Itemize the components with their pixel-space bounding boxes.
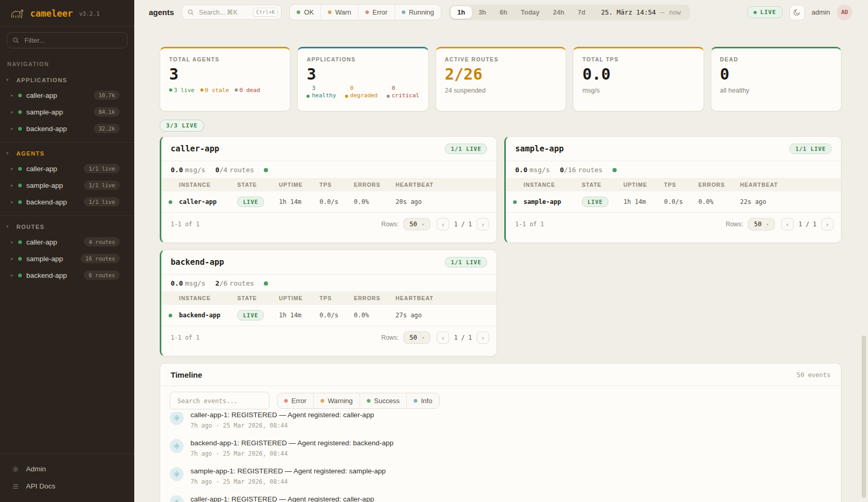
stat-card-applications: APPLICATIONS 3 3healthy 0degraded 0criti… xyxy=(297,47,428,111)
timeline-filter-group: Error Warning Success Info xyxy=(277,393,440,409)
page-indicator: 1 / 1 xyxy=(454,334,472,341)
filter-success[interactable]: Success xyxy=(360,393,406,408)
sidebar-filter[interactable] xyxy=(7,32,127,48)
gear-icon xyxy=(12,466,19,473)
sidebar-item-api-docs[interactable]: API Docs xyxy=(0,478,134,495)
sidebar-item-sample-app[interactable]: ▸ sample-app 84.1k xyxy=(0,104,134,120)
range-7d[interactable]: 7d xyxy=(571,6,592,19)
col-instance: INSTANCE xyxy=(179,295,237,301)
cell-errors: 0.0% xyxy=(354,198,395,205)
timeline-event[interactable]: caller-app-1: REGISTERED — Agent registe… xyxy=(170,412,832,434)
sidebar-item-sample-app-routes[interactable]: ▸ sample-app 16 routes xyxy=(0,250,134,267)
prev-page-button[interactable]: ‹ xyxy=(437,218,449,230)
routes-active: 0 xyxy=(215,166,220,174)
cell-tps: 0.0/s xyxy=(320,312,354,319)
table-row[interactable]: sample-app LIVE 1h 14m 0.0/s 0.0% 22s ag… xyxy=(506,191,841,213)
rows-per-page-select[interactable]: 50 ▾ xyxy=(748,218,775,230)
chevron-right-icon: ▸ xyxy=(11,256,14,261)
sidebar-item-caller-app[interactable]: ▸ caller-app 10.7k xyxy=(0,87,134,104)
col-errors: ERRORS xyxy=(354,182,395,188)
filter-error[interactable]: Error xyxy=(277,393,313,408)
app-card-title[interactable]: backend-app xyxy=(171,258,224,267)
prev-page-button[interactable]: ‹ xyxy=(437,331,449,344)
live-label: LIVE xyxy=(760,9,776,16)
sidebar-item-admin[interactable]: Admin xyxy=(0,460,134,478)
global-search-input[interactable] xyxy=(198,8,249,17)
stat-label: TOTAL AGENTS xyxy=(169,56,281,62)
theme-toggle-button[interactable] xyxy=(789,5,805,20)
next-page-button[interactable]: › xyxy=(821,218,834,230)
sidebar-item-sample-app-agents[interactable]: ▸ sample-app 1/1 live xyxy=(0,177,134,194)
timeline-event[interactable]: sample-app-1: REGISTERED — Agent registe… xyxy=(170,462,832,490)
range-24h[interactable]: 24h xyxy=(546,6,571,19)
cell-uptime: 1h 14m xyxy=(279,198,320,205)
filter-running[interactable]: Running xyxy=(394,5,441,20)
event-title: sample-app-1: REGISTERED — Agent registe… xyxy=(190,467,386,476)
stat-card-total-tps: TOTAL TPS 0.0 msg/s xyxy=(573,47,704,111)
range-6h[interactable]: 6h xyxy=(493,6,514,19)
cell-errors: 0.0% xyxy=(354,312,395,319)
stale-dot xyxy=(200,88,203,92)
critical-count: 0 xyxy=(392,85,419,92)
rows-per-page-select[interactable]: 50 ▾ xyxy=(403,331,430,344)
table-row[interactable]: backend-app LIVE 1h 14m 0.0/s 0.0% 27s a… xyxy=(161,305,496,326)
next-page-button[interactable]: › xyxy=(477,331,489,344)
timeline-event[interactable]: backend-app-1: REGISTERED — Agent regist… xyxy=(170,434,832,462)
avatar[interactable]: AD xyxy=(837,5,852,20)
stat-label: DEAD xyxy=(720,56,832,62)
filter-error[interactable]: Error xyxy=(358,5,394,20)
page-scrollbar[interactable] xyxy=(862,336,866,498)
filter-label: OK xyxy=(304,8,314,16)
item-badge: 6 routes xyxy=(84,271,120,280)
prev-page-button[interactable]: ‹ xyxy=(781,218,794,230)
sidebar-filter-input[interactable] xyxy=(23,36,122,45)
rows-label: Rows: xyxy=(381,334,399,341)
rows-per-page-value: 50 xyxy=(754,221,761,228)
info-status-dot xyxy=(414,399,417,403)
stat-value: 3 xyxy=(169,66,281,83)
range-today[interactable]: Today xyxy=(514,6,546,19)
col-heartbeat: HEARTBEAT xyxy=(395,182,496,188)
timeline-event[interactable]: caller-app-1: REGISTERED — Agent registe… xyxy=(170,490,832,502)
sidebar-item-caller-app-agents[interactable]: ▸ caller-app 1/1 live xyxy=(0,160,134,177)
section-header-routes[interactable]: ▾ ROUTES xyxy=(0,220,134,234)
item-badge: 1/1 live xyxy=(84,197,120,207)
app-card-title[interactable]: sample-app xyxy=(515,144,564,153)
cell-instance: caller-app xyxy=(179,198,237,205)
sidebar-item-backend-app-agents[interactable]: ▸ backend-app 1/1 live xyxy=(0,194,134,210)
range-3h[interactable]: 3h xyxy=(472,6,493,19)
next-page-button[interactable]: › xyxy=(477,218,489,230)
moon-icon xyxy=(793,8,801,16)
filter-warn[interactable]: Warn xyxy=(321,5,358,20)
time-to: now xyxy=(669,8,681,16)
filter-warning[interactable]: Warning xyxy=(313,393,360,408)
sidebar-item-caller-app-routes[interactable]: ▸ caller-app 4 routes xyxy=(0,234,134,250)
rows-per-page-value: 50 xyxy=(410,221,417,228)
global-search[interactable]: Ctrl+K xyxy=(182,5,282,20)
table-row[interactable]: caller-app LIVE 1h 14m 0.0/s 0.0% 20s ag… xyxy=(161,191,496,213)
degraded-dot xyxy=(345,95,348,98)
app-card-title[interactable]: caller-app xyxy=(171,144,219,153)
sidebar-item-backend-app-routes[interactable]: ▸ backend-app 6 routes xyxy=(0,267,134,284)
timeline-search[interactable] xyxy=(170,392,270,409)
timeline-search-input[interactable] xyxy=(176,397,263,405)
brand-name: cameleer xyxy=(30,8,73,19)
filter-ok[interactable]: OK xyxy=(290,5,321,20)
status-dot xyxy=(18,184,22,187)
section-header-agents[interactable]: ▾ AGENTS xyxy=(0,147,134,160)
event-title: backend-app-1: REGISTERED — Agent regist… xyxy=(190,439,393,448)
app-live-badge: 1/1 LIVE xyxy=(789,144,832,154)
range-1h[interactable]: 1h xyxy=(451,6,472,19)
keyboard-shortcut-badge: Ctrl+K xyxy=(253,8,278,17)
instance-status-dot xyxy=(169,200,172,204)
topbar-right: LIVE admin AD xyxy=(747,5,852,20)
sidebar: cameleer v3.2.1 NAVIGATION ▾ APPLICATION… xyxy=(0,0,134,502)
chevron-right-icon: › xyxy=(481,221,485,228)
time-range-group: 1h 3h 6h Today 24h 7d 25. März 14:54 — n… xyxy=(449,5,690,20)
rows-per-page-select[interactable]: 50 ▾ xyxy=(403,218,430,230)
status-dot xyxy=(18,127,22,131)
section-header-applications[interactable]: ▾ APPLICATIONS xyxy=(0,73,134,87)
sidebar-item-backend-app[interactable]: ▸ backend-app 32.2k xyxy=(0,120,134,137)
filter-info[interactable]: Info xyxy=(406,393,439,408)
timeline-events-list[interactable]: caller-app-1: REGISTERED — Agent registe… xyxy=(160,412,841,502)
